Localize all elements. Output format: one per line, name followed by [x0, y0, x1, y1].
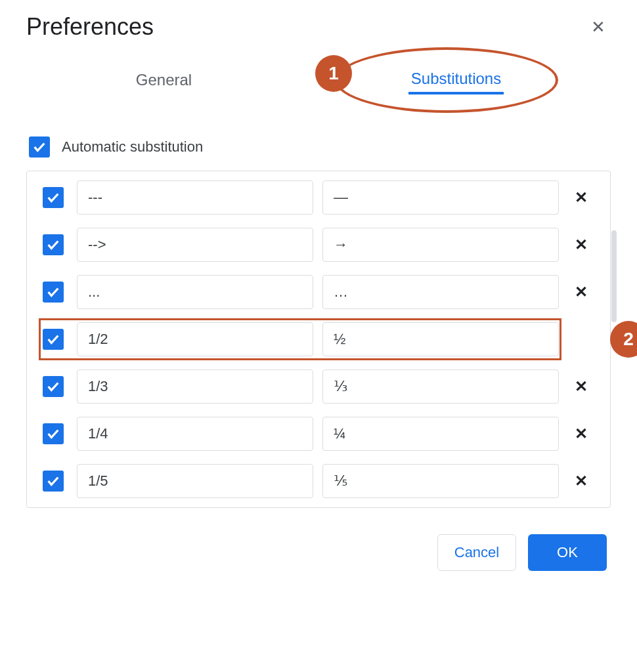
tab-substitutions[interactable]: Substitutions — [408, 66, 504, 94]
scrollbar-thumb[interactable] — [611, 230, 617, 322]
table-row: ✕ — [27, 363, 610, 410]
automatic-substitution-label: Automatic substitution — [62, 138, 203, 156]
with-input[interactable] — [322, 322, 559, 356]
cancel-button[interactable]: Cancel — [437, 534, 516, 571]
table-row: ✕ — [27, 221, 610, 268]
replace-input[interactable] — [77, 464, 313, 498]
dialog-footer: Cancel OK — [26, 534, 611, 571]
with-input[interactable] — [322, 464, 559, 498]
ok-button[interactable]: OK — [528, 534, 607, 571]
table-row: ✕ — [27, 174, 610, 221]
dialog-title: Preferences — [26, 13, 154, 41]
replace-input[interactable] — [77, 369, 313, 404]
replace-input[interactable] — [77, 228, 313, 262]
replace-input[interactable] — [77, 180, 313, 215]
tabs-wrapper: General Substitutions 1 — [26, 60, 611, 133]
delete-row-icon[interactable]: ✕ — [568, 472, 594, 490]
dialog-header: Preferences ✕ — [26, 13, 611, 60]
row-checkbox[interactable] — [43, 234, 64, 255]
automatic-substitution-checkbox[interactable] — [29, 136, 50, 158]
substitutions-table: ✕✕✕2✕✕✕✕ — [26, 171, 611, 508]
with-input[interactable] — [322, 417, 559, 451]
with-input[interactable] — [322, 275, 559, 309]
row-checkbox[interactable] — [43, 329, 64, 350]
row-checkbox[interactable] — [43, 187, 64, 208]
delete-row-icon[interactable]: ✕ — [568, 236, 594, 254]
with-input[interactable] — [322, 369, 559, 404]
with-input[interactable] — [322, 180, 559, 215]
tab-bar: General Substitutions — [26, 60, 611, 100]
with-input[interactable] — [322, 228, 559, 262]
automatic-substitution-row: Automatic substitution — [29, 136, 611, 158]
table-row: 2✕ — [27, 316, 610, 363]
replace-input[interactable] — [77, 417, 313, 451]
replace-input[interactable] — [77, 275, 313, 309]
table-row: ✕ — [27, 268, 610, 316]
delete-row-icon[interactable]: ✕ — [568, 377, 594, 396]
row-checkbox[interactable] — [43, 282, 64, 303]
close-icon[interactable]: ✕ — [586, 16, 611, 38]
row-checkbox[interactable] — [43, 376, 64, 397]
delete-row-icon[interactable]: ✕ — [568, 283, 594, 301]
delete-row-icon[interactable]: ✕ — [568, 425, 594, 443]
preferences-dialog: Preferences ✕ General Substitutions 1 Au… — [26, 13, 611, 571]
delete-row-icon[interactable]: ✕ — [568, 188, 594, 207]
table-row: ✕ — [27, 410, 610, 457]
row-checkbox[interactable] — [43, 423, 64, 444]
replace-input[interactable] — [77, 322, 313, 356]
row-checkbox[interactable] — [43, 471, 64, 492]
annotation-badge-2: 2 — [610, 321, 637, 358]
tab-general[interactable]: General — [133, 67, 194, 93]
table-row: ✕ — [27, 457, 610, 505]
